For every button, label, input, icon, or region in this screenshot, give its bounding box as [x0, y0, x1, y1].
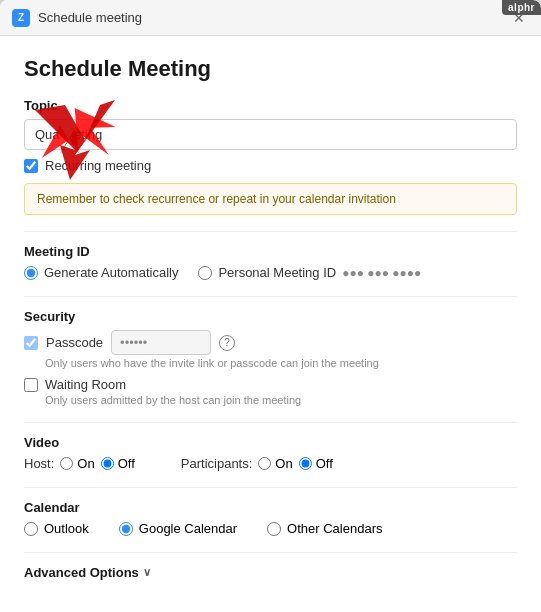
participants-on-option[interactable]: On [258, 456, 292, 471]
topic-section: Topic Recurring meeting Remember to chec… [24, 98, 517, 215]
participants-off-label[interactable]: Off [316, 456, 333, 471]
other-calendars-option[interactable]: Other Calendars [267, 521, 382, 536]
meeting-id-section: Meeting ID Generate Automatically Person… [24, 244, 517, 280]
outlook-option[interactable]: Outlook [24, 521, 89, 536]
passcode-help-icon[interactable]: ? [219, 335, 235, 351]
personal-id-label[interactable]: Personal Meeting ID [218, 265, 336, 280]
outlook-label[interactable]: Outlook [44, 521, 89, 536]
calendar-row: Outlook Google Calendar Other Calendars [24, 521, 517, 536]
outlook-radio[interactable] [24, 522, 38, 536]
other-calendars-radio[interactable] [267, 522, 281, 536]
host-off-option[interactable]: Off [101, 456, 135, 471]
host-off-label[interactable]: Off [118, 456, 135, 471]
calendar-section: Calendar Outlook Google Calendar Other C… [24, 500, 517, 536]
other-calendars-label[interactable]: Other Calendars [287, 521, 382, 536]
participants-off-option[interactable]: Off [299, 456, 333, 471]
page-title: Schedule Meeting [24, 56, 517, 82]
recurring-label[interactable]: Recurring meeting [45, 158, 151, 173]
passcode-checkbox[interactable] [24, 336, 38, 350]
host-off-radio[interactable] [101, 457, 114, 470]
topic-input[interactable] [24, 119, 517, 150]
personal-id-value: ●●● ●●● ●●●● [342, 266, 421, 280]
google-radio[interactable] [119, 522, 133, 536]
schedule-meeting-window: alphr Z Schedule meeting ✕ Schedule Meet… [0, 0, 541, 612]
passcode-sub-text: Only users who have the invite link or p… [45, 357, 517, 369]
titlebar: Z Schedule meeting ✕ [0, 0, 541, 36]
participants-off-radio[interactable] [299, 457, 312, 470]
passcode-input[interactable] [111, 330, 211, 355]
alphr-badge: alphr [502, 0, 541, 15]
recurring-checkbox[interactable] [24, 159, 38, 173]
generate-auto-label[interactable]: Generate Automatically [44, 265, 178, 280]
divider-5 [24, 552, 517, 553]
calendar-label: Calendar [24, 500, 517, 515]
host-on-radio[interactable] [60, 457, 73, 470]
chevron-down-icon: ∨ [143, 566, 151, 579]
recurring-row: Recurring meeting [24, 158, 517, 173]
content-area: Schedule Meeting Topic Recurring meeting… [0, 36, 541, 612]
passcode-row: Passcode ? [24, 330, 517, 355]
personal-id-option[interactable]: Personal Meeting ID ●●● ●●● ●●●● [198, 265, 421, 280]
generate-auto-radio[interactable] [24, 266, 38, 280]
host-label: Host: [24, 456, 54, 471]
security-section: Security Passcode ? Only users who have … [24, 309, 517, 406]
participants-label: Participants: [181, 456, 253, 471]
host-on-option[interactable]: On [60, 456, 94, 471]
participants-group: Participants: [181, 456, 253, 471]
video-section: Video Host: On Off Participants: On [24, 435, 517, 471]
google-calendar-option[interactable]: Google Calendar [119, 521, 237, 536]
generate-auto-option[interactable]: Generate Automatically [24, 265, 178, 280]
google-label[interactable]: Google Calendar [139, 521, 237, 536]
waiting-room-checkbox[interactable] [24, 378, 38, 392]
meeting-id-radio-group: Generate Automatically Personal Meeting … [24, 265, 517, 280]
titlebar-title: Schedule meeting [38, 10, 142, 25]
titlebar-left: Z Schedule meeting [12, 9, 142, 27]
passcode-label[interactable]: Passcode [46, 335, 103, 350]
participants-on-label[interactable]: On [275, 456, 292, 471]
host-on-label[interactable]: On [77, 456, 94, 471]
security-label: Security [24, 309, 517, 324]
video-row: Host: On Off Participants: On [24, 456, 517, 471]
waiting-room-label[interactable]: Waiting Room [45, 377, 126, 392]
participants-on-radio[interactable] [258, 457, 271, 470]
topic-label: Topic [24, 98, 517, 113]
divider-3 [24, 422, 517, 423]
video-label: Video [24, 435, 517, 450]
divider-4 [24, 487, 517, 488]
divider-1 [24, 231, 517, 232]
waiting-room-sub-text: Only users admitted by the host can join… [45, 394, 517, 406]
waiting-room-row: Waiting Room [24, 377, 517, 392]
divider-2 [24, 296, 517, 297]
advanced-options-label: Advanced Options [24, 565, 139, 580]
info-banner: Remember to check recurrence or repeat i… [24, 183, 517, 215]
personal-id-radio[interactable] [198, 266, 212, 280]
advanced-options-toggle[interactable]: Advanced Options ∨ [24, 565, 517, 580]
meeting-id-label: Meeting ID [24, 244, 517, 259]
zoom-icon: Z [12, 9, 30, 27]
